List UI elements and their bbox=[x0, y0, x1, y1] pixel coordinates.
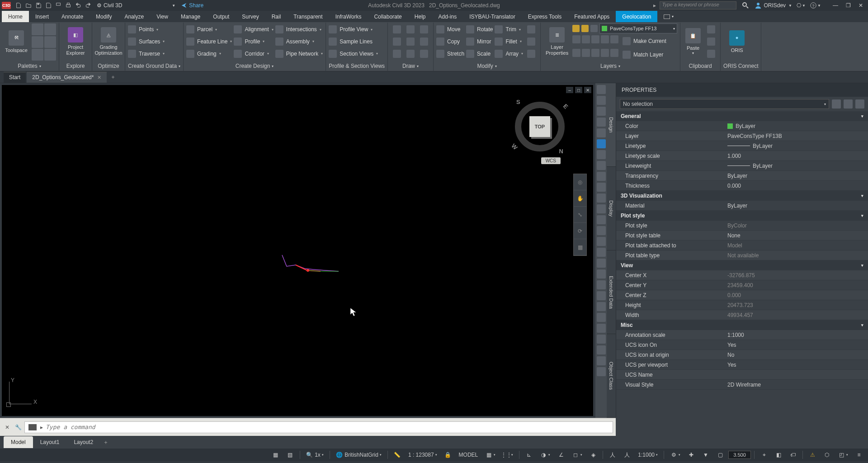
side-tool-17[interactable] bbox=[597, 259, 606, 268]
rect-icon[interactable] bbox=[391, 48, 403, 60]
tab-infraworks[interactable]: InfraWorks bbox=[329, 11, 368, 22]
prop-ucsname[interactable]: UCS Name bbox=[616, 370, 868, 380]
samplelines-button[interactable]: Sample Lines bbox=[329, 36, 378, 47]
select-objects-icon[interactable] bbox=[844, 99, 853, 109]
plot-icon[interactable] bbox=[53, 0, 63, 10]
search-input[interactable]: Type a keyword or phrase bbox=[660, 1, 736, 9]
featureline-button[interactable]: Feature Line▾ bbox=[186, 36, 232, 47]
cut-icon[interactable] bbox=[705, 24, 717, 35]
tab-insert[interactable]: Insert bbox=[29, 11, 55, 22]
file-tab-add[interactable]: ＋ bbox=[108, 72, 118, 83]
sb-grid2-icon[interactable]: ▦▾ bbox=[482, 450, 498, 460]
sb-quickprops-icon[interactable]: ◧ bbox=[772, 450, 785, 460]
command-input[interactable] bbox=[46, 424, 609, 430]
vtab-extended[interactable]: Extended Data bbox=[607, 250, 616, 334]
side-tool-25[interactable] bbox=[597, 345, 606, 354]
viewcube-face[interactable]: TOP bbox=[529, 116, 550, 137]
tab-output[interactable]: Output bbox=[207, 11, 236, 22]
prop-material[interactable]: MaterialByLayer bbox=[616, 201, 868, 211]
selection-combo[interactable]: No selection▾ bbox=[620, 99, 829, 109]
side-tool-10[interactable] bbox=[597, 183, 606, 192]
grading-button[interactable]: Grading▾ bbox=[186, 48, 232, 60]
viewport-close-icon[interactable]: ✕ bbox=[584, 87, 591, 93]
wcs-badge[interactable]: WCS bbox=[541, 157, 561, 164]
side-tool-7[interactable] bbox=[597, 150, 606, 159]
oris-button[interactable]: ●ORIS bbox=[723, 24, 750, 60]
panel-title-ground[interactable]: Create Ground Data▾ bbox=[128, 61, 180, 71]
panel-title-modify[interactable]: Modify▾ bbox=[436, 61, 538, 71]
palette-icon-4[interactable] bbox=[44, 36, 56, 48]
side-tool-22[interactable] bbox=[597, 313, 606, 322]
layout-tab-add[interactable]: ＋ bbox=[100, 439, 111, 446]
sb-lock2-icon[interactable]: 🏷 bbox=[787, 450, 799, 460]
search-icon[interactable] bbox=[740, 1, 751, 10]
file-tab-start[interactable]: Start bbox=[4, 72, 26, 83]
sb-grid-icon[interactable]: ▧ bbox=[284, 450, 297, 460]
print-icon[interactable] bbox=[63, 0, 73, 10]
layer-tool-6[interactable] bbox=[572, 49, 580, 57]
layout-tab-2[interactable]: Layout2 bbox=[66, 436, 100, 448]
side-tool-4[interactable] bbox=[597, 118, 606, 127]
prop-layer[interactable]: LayerPaveConsType FF13B bbox=[616, 131, 868, 141]
tab-survey[interactable]: Survey bbox=[236, 11, 265, 22]
sb-scale-icon[interactable]: 📏 bbox=[391, 450, 404, 460]
minimize-icon[interactable]: — bbox=[830, 1, 841, 10]
close-icon[interactable]: ✕ bbox=[855, 1, 866, 10]
make-current-button[interactable]: Make Current bbox=[623, 35, 666, 47]
layout-tab-model[interactable]: Model bbox=[4, 436, 33, 448]
section-view[interactable]: View▾ bbox=[616, 260, 868, 270]
side-tool-5[interactable] bbox=[597, 128, 606, 137]
tab-featured[interactable]: Featured Apps bbox=[568, 11, 616, 22]
quick-select-icon[interactable] bbox=[832, 99, 841, 109]
layer-tool-5[interactable] bbox=[610, 35, 618, 43]
panel-title-explore[interactable]: Explore bbox=[62, 61, 89, 71]
palette-icon-6[interactable] bbox=[44, 49, 56, 61]
sb-annomonitor-icon[interactable]: 人 bbox=[606, 450, 619, 460]
prop-color[interactable]: ColorByLayer bbox=[616, 121, 868, 131]
tab-collaborate[interactable]: Collaborate bbox=[368, 11, 408, 22]
tab-modify[interactable]: Modify bbox=[90, 11, 118, 22]
vtab-objclass[interactable]: Object Class bbox=[607, 334, 616, 418]
points-button[interactable]: Points▾ bbox=[128, 24, 165, 35]
sb-coordsys[interactable]: 🌐 BritishNatGrid▾ bbox=[333, 450, 384, 460]
tab-isybau[interactable]: ISYBAU-Translator bbox=[463, 11, 522, 22]
panel-title-clipboard[interactable]: Clipboard bbox=[683, 61, 717, 71]
fillet-button[interactable]: Fillet▾ bbox=[495, 36, 523, 47]
prop-linetype[interactable]: LinetypeByLayer bbox=[616, 141, 868, 151]
tab-manage[interactable]: Manage bbox=[175, 11, 207, 22]
sb-gear-icon[interactable]: ⚙▾ bbox=[667, 450, 683, 460]
ellipse-icon[interactable] bbox=[418, 36, 430, 47]
side-tool-6[interactable] bbox=[597, 139, 606, 148]
side-tool-13[interactable] bbox=[597, 215, 606, 224]
layer-tool-9[interactable] bbox=[601, 49, 609, 57]
section-3dviz[interactable]: 3D Visualization▾ bbox=[616, 191, 868, 201]
side-tool-1[interactable] bbox=[597, 85, 606, 94]
user-account[interactable]: ORISdev ▼ bbox=[755, 2, 792, 9]
tab-addins[interactable]: Add-ins bbox=[432, 11, 463, 22]
sb-custom-icon[interactable]: ≡ bbox=[853, 450, 865, 460]
mirror-button[interactable]: Mirror bbox=[466, 36, 493, 47]
scale-button[interactable]: Scale bbox=[466, 48, 493, 60]
nav-wheel-icon[interactable]: ◎ bbox=[574, 174, 586, 190]
paste-button[interactable]: 📋Paste▾ bbox=[683, 24, 703, 60]
redo-icon[interactable] bbox=[83, 0, 93, 10]
tab-express[interactable]: Express Tools bbox=[522, 11, 568, 22]
prop-ucsviewport[interactable]: UCS per viewportYes bbox=[616, 360, 868, 370]
prop-plottable[interactable]: Plot style tableNone bbox=[616, 231, 868, 241]
new-icon[interactable] bbox=[14, 0, 24, 10]
traverse-button[interactable]: Traverse▾ bbox=[128, 48, 165, 60]
panel-title-profsec[interactable]: Profile & Section Views bbox=[329, 61, 385, 71]
prop-ucsicon[interactable]: UCS icon OnYes bbox=[616, 340, 868, 350]
section-general[interactable]: General▾ bbox=[616, 111, 868, 121]
sb-model-icon[interactable]: ▦ bbox=[269, 450, 282, 460]
restore-icon[interactable]: ❐ bbox=[843, 1, 854, 10]
sb-iso-icon[interactable]: ◑▾ bbox=[537, 450, 553, 460]
explode-icon[interactable] bbox=[525, 36, 538, 47]
move-button[interactable]: Move bbox=[436, 24, 464, 35]
palette-icon-1[interactable] bbox=[32, 24, 43, 35]
erase-icon[interactable] bbox=[525, 24, 538, 35]
prop-width[interactable]: Width49934.457 bbox=[616, 310, 868, 320]
layer-tool-7[interactable] bbox=[582, 49, 590, 57]
side-tool-14[interactable] bbox=[597, 226, 606, 235]
arc-icon[interactable] bbox=[404, 24, 417, 35]
